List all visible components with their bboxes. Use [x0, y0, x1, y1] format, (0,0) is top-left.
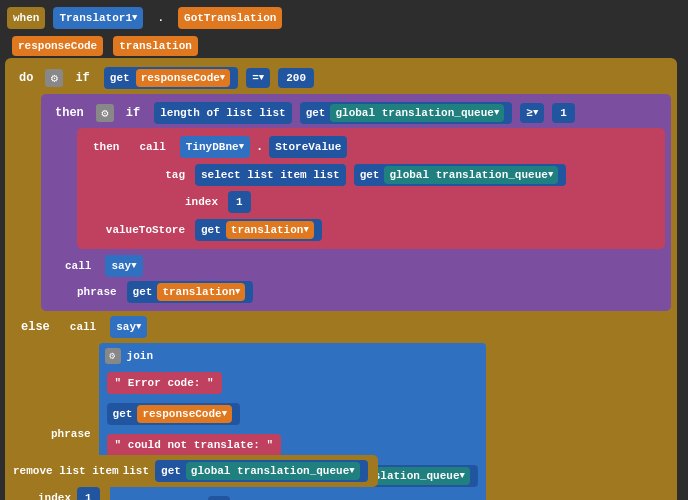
could-not-string: " could not translate: "	[107, 434, 281, 456]
value-200[interactable]: 200	[278, 68, 314, 88]
index-label-1: index	[185, 196, 218, 208]
component-dropdown[interactable]: Translator1	[53, 7, 143, 29]
when-label: when	[7, 7, 45, 29]
select-list-item-block[interactable]: select list item list	[195, 164, 346, 186]
equals-dropdown[interactable]: =	[246, 68, 270, 88]
get-translation-queue-1[interactable]: get global translation_queue	[300, 102, 513, 124]
get-translation-phrase[interactable]: get translation	[127, 281, 254, 303]
remove-list-label: remove list item	[13, 465, 119, 477]
length-of-list-block[interactable]: length of list list	[154, 102, 291, 124]
gear-icon-2[interactable]: ⚙	[96, 104, 114, 122]
translation-dropdown-2[interactable]: translation	[157, 283, 245, 301]
get-responseCode-block[interactable]: get responseCode	[104, 67, 238, 89]
index-label-3: index	[38, 492, 71, 500]
event-label: GotTranslation	[178, 7, 282, 29]
do-label: do	[13, 67, 39, 89]
param-responseCode: responseCode	[12, 36, 103, 56]
responseCode-dropdown[interactable]: responseCode	[136, 69, 231, 87]
call-label: call	[133, 136, 171, 158]
tinydb-dropdown[interactable]: TinyDBne	[180, 136, 250, 158]
phrase-label-1: phrase	[77, 286, 117, 298]
gear-icon-3[interactable]: ⚙	[105, 348, 121, 364]
if-label-2: if	[120, 102, 146, 124]
get-translation-block[interactable]: get translation	[195, 219, 322, 241]
tag-label: tag	[105, 169, 185, 181]
then-label-2: then	[87, 136, 125, 158]
gear-icon[interactable]: ⚙	[45, 69, 63, 87]
call-label-2: call	[59, 255, 97, 277]
value-to-store-label: valueToStore	[105, 224, 185, 236]
translation-queue-dropdown-2[interactable]: global translation_queue	[384, 166, 558, 184]
translation-queue-dropdown-1[interactable]: global translation_queue	[330, 104, 504, 122]
get-translation-queue-2[interactable]: get global translation_queue	[354, 164, 567, 186]
say-dropdown-1[interactable]: say	[105, 255, 142, 277]
else-label: else	[21, 320, 50, 334]
value-1a[interactable]: 1	[552, 103, 575, 123]
gte-dropdown[interactable]: ≥	[520, 103, 544, 123]
store-value-label: StoreValue	[269, 136, 347, 158]
param-translation: translation	[113, 36, 198, 56]
call-label-3: call	[64, 316, 102, 338]
index-value-3[interactable]: 1	[77, 487, 100, 500]
say-dropdown-2[interactable]: say	[110, 316, 147, 338]
dot-separator: .	[151, 7, 170, 29]
join-label: join	[127, 350, 153, 362]
phrase-label-2: phrase	[51, 428, 91, 440]
translation-dropdown-1[interactable]: translation	[226, 221, 314, 239]
then-label: then	[49, 102, 90, 124]
get-translation-queue-4[interactable]: get global translation_queue	[155, 460, 368, 482]
index-value-2[interactable]: 1	[208, 496, 231, 500]
translation-queue-dropdown-4[interactable]: global translation_queue	[186, 462, 360, 480]
if-label: if	[69, 67, 95, 89]
responseCode-dropdown-2[interactable]: responseCode	[137, 405, 232, 423]
error-code-string: " Error code: "	[107, 372, 222, 394]
list-label-2: list	[123, 465, 149, 477]
get-responseCode-join[interactable]: get responseCode	[107, 403, 240, 425]
index-value-1[interactable]: 1	[228, 191, 251, 213]
